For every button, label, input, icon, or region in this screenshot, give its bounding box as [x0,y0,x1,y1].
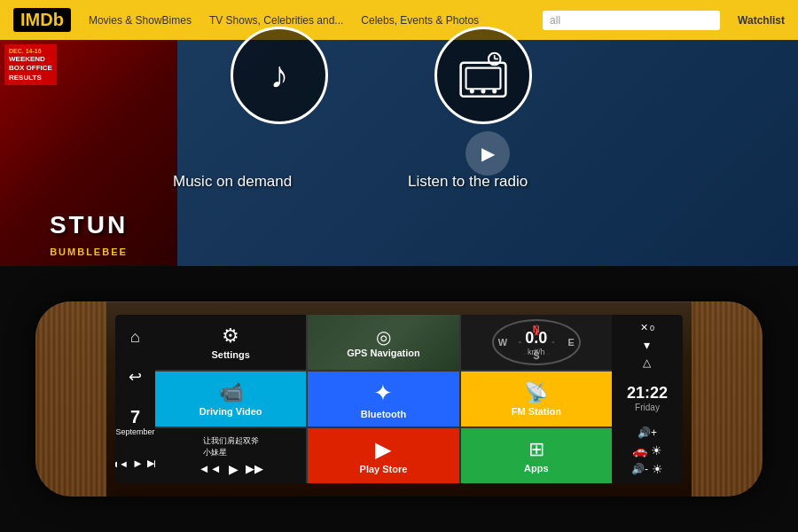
movie-poster: DEC. 14-16 WEEKENDBOX OFFICERESULTS STUN… [0,40,177,266]
back-icon[interactable]: ↩ [129,367,142,387]
volume-up-button[interactable]: 🔊+ [638,426,657,439]
imdb-bar: IMDb Movies & ShowBimes TV Shows, Celebr… [0,0,798,40]
brightness-up-button[interactable]: ☀ [651,443,662,458]
media-play[interactable]: ▶ [229,462,239,476]
fm-label: FM Station [512,406,561,417]
weekend-badge: DEC. 14-16 WEEKENDBOX OFFICERESULTS [4,44,57,85]
brightness-down-button[interactable]: ☀ [652,462,663,476]
gps-icon: ◎ [376,326,391,348]
playstore-label: Play Store [360,464,408,474]
right-panel: ✕ 0 ▾ △ 21:22 Friday 🔊+ [612,315,683,483]
compass-tile: N S E W [461,315,612,370]
signal-icon: △ [643,356,651,369]
bottom-section: ⌂ ↩ 7 September ◄◄ ► ▶▶ [0,266,798,532]
stunt-text: STUN [0,211,177,239]
nav-movies[interactable]: Movies & ShowBimes [89,14,192,27]
nav-tv[interactable]: TV Shows, Celebrities and... [209,14,343,27]
home-icon[interactable]: ⌂ [130,328,140,347]
top-section: IMDb Movies & ShowBimes TV Shows, Celebr… [0,0,798,266]
apps-tile[interactable]: ⊞ Apps [461,428,612,483]
settings-tile[interactable]: ⚙ Settings [155,315,306,370]
music-note-icon: ♪ [270,54,289,97]
imdb-background: IMDb Movies & ShowBimes TV Shows, Celebr… [0,0,798,266]
play-button[interactable]: ▶ [466,131,510,176]
svg-point-7 [492,89,497,93]
date-day: 7 [115,407,154,427]
main-grid: ⚙ Settings ◎ GPS Navigation N S E W [155,315,612,483]
music-label: Music on demand [173,173,292,191]
bluetooth-label: Bluetooth [361,409,406,419]
apps-label: Apps [524,463,549,473]
car-icon[interactable]: 🚗 [632,443,647,458]
left-sidebar: ⌂ ↩ 7 September ◄◄ ► ▶▶ [115,315,155,483]
svg-point-6 [481,89,485,93]
imdb-logo[interactable]: IMDb [13,8,71,32]
media-next[interactable]: ▶▶ [246,462,263,476]
mirror-device: ⌂ ↩ 7 September ◄◄ ► ▶▶ [35,301,763,497]
wifi-off-icon: ✕ [640,322,648,333]
media-text-tile: 让我们肩起双斧 小妹星 ◄◄ ▶ ▶▶ [155,428,306,483]
radio-icon [457,51,510,100]
camera-icon: 📹 [219,381,243,404]
svg-rect-1 [466,67,501,89]
prev-button[interactable]: ◄◄ [115,458,129,469]
bumblebee-text: BUMBLEBEE [0,246,177,257]
settings-label: Settings [211,349,249,360]
svg-point-5 [470,89,474,93]
svg-line-15 [547,353,549,355]
svg-line-14 [523,353,525,355]
radio-label: Listen to the radio [408,173,528,191]
volume-down-button[interactable]: 🔊- [631,463,648,475]
play-button-device[interactable]: ► [132,457,144,470]
nav-celebs[interactable]: Celebs, Events & Photos [361,14,479,27]
status-icons-bottom: 🔊+ 🚗 ☀ 🔊- ☀ [631,426,663,476]
imdb-nav: Movies & ShowBimes TV Shows, Celebrities… [89,14,525,27]
gps-label: GPS Navigation [347,348,420,358]
playstore-icon: ▶ [375,437,391,462]
svg-line-12 [523,330,525,332]
gps-tile[interactable]: ◎ GPS Navigation [308,315,458,370]
imdb-watchlist[interactable]: Watchlist [738,14,785,27]
radio-circle [434,27,532,124]
compass: N S E W [492,319,581,365]
status-icons-top: ✕ 0 ▾ △ [640,322,654,369]
device-screen: ⌂ ↩ 7 September ◄◄ ► ▶▶ [115,315,683,483]
time-day: Friday [627,403,668,412]
apps-icon: ⊞ [528,438,544,461]
bluetooth-tile[interactable]: ✦ Bluetooth [308,372,458,426]
settings-icon: ⚙ [222,325,239,348]
driving-video-tile[interactable]: 📹 Driving Video [155,372,306,426]
movie-content: DEC. 14-16 WEEKENDBOX OFFICERESULTS STUN… [0,40,798,266]
media-prev[interactable]: ◄◄ [199,462,222,476]
time-display: 21:22 Friday [627,384,668,412]
playstore-tile[interactable]: ▶ Play Store [308,428,458,483]
wifi-indicator: 0 [650,324,654,332]
date-display: 7 September [115,407,154,436]
wifi-icon: ▾ [644,338,650,352]
imdb-search[interactable]: all [543,11,720,30]
driving-label: Driving Video [200,406,262,417]
time-value: 21:22 [627,384,668,403]
date-month: September [115,427,154,436]
chinese-text: 让我们肩起双斧 小妹星 [203,435,259,458]
fm-icon: 📡 [524,381,548,404]
music-circle: ♪ [231,27,328,124]
bluetooth-icon: ✦ [373,379,393,407]
svg-marker-17 [535,348,538,356]
svg-marker-16 [535,329,538,336]
svg-line-13 [547,330,549,332]
fm-station-tile[interactable]: 📡 FM Station [461,372,612,426]
